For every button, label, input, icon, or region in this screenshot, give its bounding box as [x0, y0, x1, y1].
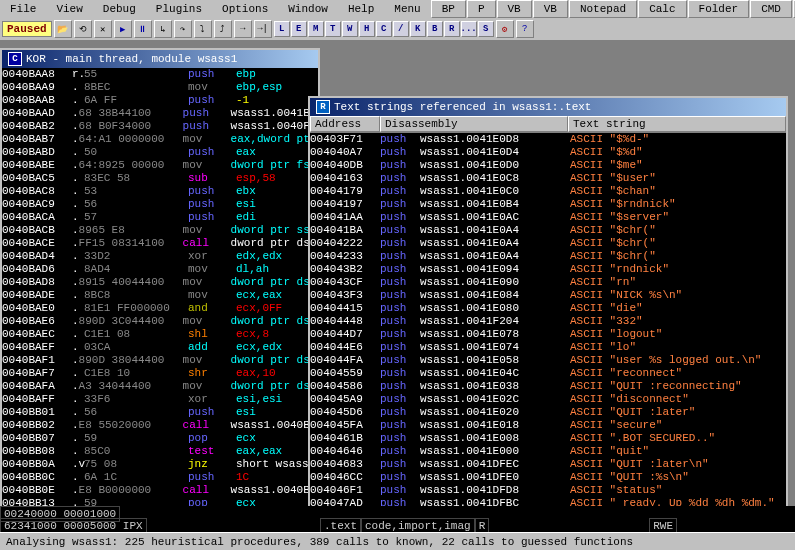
hdr-text-string[interactable]: Text string — [568, 116, 786, 132]
refs-row[interactable]: 004041AApushwsass1.0041E0ACASCII "$serve… — [310, 211, 786, 224]
disasm-row[interactable]: 0040BB0E.E8 B0000000callwsass1.0040BBC3 — [2, 484, 318, 497]
menu-help[interactable]: Help — [338, 1, 384, 17]
refs-row[interactable]: 00404448pushwsass1.0041F204ASCII "332" — [310, 315, 786, 328]
disasm-row[interactable]: 0040BACE.FF15 08314100calldword ptr ds:[… — [2, 237, 318, 250]
disasm-row[interactable]: 0040BADE.8BC8movecx,eax — [2, 289, 318, 302]
references-window[interactable]: R Text strings referenced in wsass1:.tex… — [308, 96, 788, 508]
menu-options[interactable]: Options — [212, 1, 278, 17]
settings-icon[interactable]: ⚙ — [496, 20, 514, 38]
refs-row[interactable]: 00404222pushwsass1.0041E0A4ASCII "$chr(" — [310, 237, 786, 250]
refs-row[interactable]: 004045A9pushwsass1.0041E02CASCII "discon… — [310, 393, 786, 406]
disasm-row[interactable]: 0040BB07.59popecx — [2, 432, 318, 445]
bp-button[interactable]: BP — [431, 0, 466, 18]
refs-row[interactable]: 004043B2pushwsass1.0041E094ASCII "rndnic… — [310, 263, 786, 276]
disasm-row[interactable]: 0040BAAB.6A FFpush-1 — [2, 94, 318, 107]
refs-row[interactable]: 004040DBpushwsass1.0041E0D0ASCII "$me" — [310, 159, 786, 172]
letter-btn-c[interactable]: C — [376, 21, 392, 37]
disasm-row[interactable]: 0040BABE.64:8925 00000movdword ptr fs:[0 — [2, 159, 318, 172]
refs-row[interactable]: 004044E6pushwsass1.0041E074ASCII "lo" — [310, 341, 786, 354]
disasm-row[interactable]: 0040BB0A.v75 08jnzshort wsass1.00 — [2, 458, 318, 471]
disasm-row[interactable]: 0040BAAD.68 38B44100pushwsass1.0041B438 — [2, 107, 318, 120]
help-icon[interactable]: ? — [516, 20, 534, 38]
notepad-button[interactable]: Notepad — [569, 0, 637, 18]
cmd-button[interactable]: CMD — [750, 0, 792, 18]
open-icon[interactable]: 📂 — [54, 20, 72, 38]
refs-row[interactable]: 00404646pushwsass1.0041E000ASCII "quit" — [310, 445, 786, 458]
refs-row[interactable]: 004047ADpushwsass1.0041DFBCASCII " ready… — [310, 497, 786, 506]
vb-button[interactable]: VB — [497, 0, 532, 18]
refs-row[interactable]: 004045FApushwsass1.0041E018ASCII "secure… — [310, 419, 786, 432]
disasm-row[interactable]: 0040BAFA.A3 34044400movdword ptr ds:[4 — [2, 380, 318, 393]
run-to-icon[interactable]: → — [234, 20, 252, 38]
disasm-row[interactable]: 0040BB0C.6A 1Cpush1C — [2, 471, 318, 484]
letter-btn-l[interactable]: L — [274, 21, 290, 37]
disasm-row[interactable]: 0040BAD4.33D2xoredx,edx — [2, 250, 318, 263]
refs-row[interactable]: 00404197pushwsass1.0041E0B4ASCII "$rndni… — [310, 198, 786, 211]
refs-row[interactable]: 004043F3pushwsass1.0041E084ASCII "NICK %… — [310, 289, 786, 302]
refs-row[interactable]: 004041BApushwsass1.0041E0A4ASCII "$chr(" — [310, 224, 786, 237]
step-over-icon[interactable]: ↷ — [174, 20, 192, 38]
disasm-row[interactable]: 0040BAA8r.55pushebp — [2, 68, 318, 81]
letter-btn-t[interactable]: T — [325, 21, 341, 37]
refs-row[interactable]: 004046CCpushwsass1.0041DFE0ASCII "QUIT :… — [310, 471, 786, 484]
refs-row[interactable]: 004044FApushwsass1.0041E058ASCII "user %… — [310, 354, 786, 367]
disasm-row[interactable]: 0040BAFF.33F6xoresi,esi — [2, 393, 318, 406]
refs-row[interactable]: 004045D6pushwsass1.0041E020ASCII "QUIT :… — [310, 406, 786, 419]
disasm-pane[interactable]: 0040BAA8r.55pushebp0040BAA9.8BECmovebp,e… — [2, 68, 318, 506]
calc-button[interactable]: Calc — [638, 0, 686, 18]
disasm-row[interactable]: 0040BACA.57pushedi — [2, 211, 318, 224]
trace-into-icon[interactable]: ⤵ — [194, 20, 212, 38]
play-icon[interactable]: ▶ — [114, 20, 132, 38]
step-into-icon[interactable]: ↳ — [154, 20, 172, 38]
disasm-row[interactable]: 0040BAA9.8BECmovebp,esp — [2, 81, 318, 94]
p-button[interactable]: P — [467, 0, 496, 18]
vb-button-2[interactable]: VB — [533, 0, 568, 18]
letter-btn-...[interactable]: ... — [461, 21, 477, 37]
refs-row[interactable]: 00404683pushwsass1.0041DFECASCII "QUIT :… — [310, 458, 786, 471]
disasm-row[interactable]: 0040BAC9.56pushesi — [2, 198, 318, 211]
letter-btn-k[interactable]: K — [410, 21, 426, 37]
disasm-row[interactable]: 0040BAE0.81E1 FF000000andecx,0FF — [2, 302, 318, 315]
disasm-row[interactable]: 0040BAEF.03CAaddecx,edx — [2, 341, 318, 354]
refs-row[interactable]: 004040A7pushwsass1.0041E0D4ASCII "$%d" — [310, 146, 786, 159]
menu-debug[interactable]: Debug — [93, 1, 146, 17]
menu-view[interactable]: View — [46, 1, 92, 17]
letter-btn-h[interactable]: H — [359, 21, 375, 37]
disasm-titlebar[interactable]: C KOR - main thread, module wsass1 — [2, 50, 318, 68]
refs-row[interactable]: 004043CFpushwsass1.0041E090ASCII "rn" — [310, 276, 786, 289]
disasm-row[interactable]: 0040BACB.8965 E8movdword ptr ss:[e — [2, 224, 318, 237]
menu-menu[interactable]: Menu — [384, 1, 430, 17]
disasm-row[interactable]: 0040BB13.59popecx — [2, 497, 318, 506]
refs-row[interactable]: 00404233pushwsass1.0041E0A4ASCII "$chr(" — [310, 250, 786, 263]
letter-btn-r[interactable]: R — [444, 21, 460, 37]
disasm-row[interactable]: 0040BB01.56pushesi — [2, 406, 318, 419]
refs-row[interactable]: 00404415pushwsass1.0041E080ASCII "die" — [310, 302, 786, 315]
letter-btn-b[interactable]: B — [427, 21, 443, 37]
folder-button[interactable]: Folder — [688, 0, 750, 18]
disasm-row[interactable]: 0040BAC5.83EC 58subesp,58 — [2, 172, 318, 185]
letter-btn-e[interactable]: E — [291, 21, 307, 37]
hdr-address[interactable]: Address — [310, 116, 380, 132]
hdr-disassembly[interactable]: Disassembly — [380, 116, 568, 132]
disasm-row[interactable]: 0040BABD.50pusheax — [2, 146, 318, 159]
disasm-row[interactable]: 0040BAEC.C1E1 08shlecx,8 — [2, 328, 318, 341]
disasm-row[interactable]: 0040BB02.E8 55020000callwsass1.0040BD5C — [2, 419, 318, 432]
refs-row[interactable]: 00403F71pushwsass1.0041E0D8ASCII "$%d-" — [310, 133, 786, 146]
refs-pane[interactable]: 00403F71pushwsass1.0041E0D8ASCII "$%d-"0… — [310, 133, 786, 506]
pause-icon[interactable]: ⏸ — [134, 20, 152, 38]
disasm-row[interactable]: 0040BAB7.64:A1 0000000moveax,dword ptr f… — [2, 133, 318, 146]
goto-icon[interactable]: →| — [254, 20, 272, 38]
refs-row[interactable]: 004044D7pushwsass1.0041E078ASCII "logout… — [310, 328, 786, 341]
disasm-row[interactable]: 0040BAE6.890D 3C044400movdword ptr ds:[4 — [2, 315, 318, 328]
disasm-row[interactable]: 0040BAB2.68 B0F34000pushwsass1.0040F3B0 — [2, 120, 318, 133]
refs-row[interactable]: 0040461Bpushwsass1.0041E008ASCII ".BOT S… — [310, 432, 786, 445]
letter-btn-m[interactable]: M — [308, 21, 324, 37]
refs-row[interactable]: 00404179pushwsass1.0041E0C0ASCII "$chan" — [310, 185, 786, 198]
disasm-row[interactable]: 0040BAC8.53pushebx — [2, 185, 318, 198]
restart-icon[interactable]: ⟲ — [74, 20, 92, 38]
disasm-row[interactable]: 0040BAF1.890D 38044400movdword ptr ds:[4 — [2, 354, 318, 367]
refs-row[interactable]: 00404586pushwsass1.0041E038ASCII "QUIT :… — [310, 380, 786, 393]
disasm-window[interactable]: C KOR - main thread, module wsass1 0040B… — [0, 48, 320, 508]
refs-row[interactable]: 00404559pushwsass1.0041E04CASCII "reconn… — [310, 367, 786, 380]
disasm-row[interactable]: 0040BAD8.8915 40044400movdword ptr ds:[4 — [2, 276, 318, 289]
